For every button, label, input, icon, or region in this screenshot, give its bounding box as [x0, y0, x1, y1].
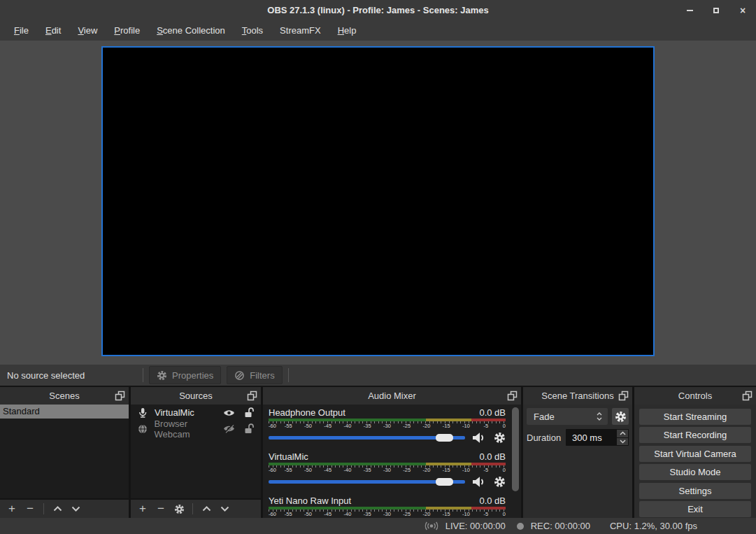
broadcast-icon [423, 521, 440, 531]
popout-icon[interactable] [507, 391, 518, 401]
transition-properties-button[interactable] [612, 408, 629, 425]
scene-item-standard[interactable]: Standard [0, 405, 129, 419]
meter-tick-label: 0 [503, 423, 506, 429]
source-row-browser-webcam[interactable]: Browser Webcam [131, 421, 261, 437]
scene-transitions-dock-header: Scene Transitions [523, 387, 632, 405]
popout-icon[interactable] [115, 391, 125, 401]
gear-icon[interactable] [494, 432, 506, 444]
meter-tick-label: -25 [403, 467, 411, 473]
title-bar: OBS 27.1.3 (linux) - Profile: James - Sc… [0, 0, 756, 21]
meter-tick-label: -30 [383, 423, 391, 429]
meter-tick-label: -35 [364, 511, 371, 517]
menu-profile[interactable]: Profile [106, 22, 148, 40]
speaker-icon[interactable] [472, 476, 487, 488]
lock-open-icon[interactable] [244, 423, 255, 434]
studio-mode-button[interactable]: Studio Mode [639, 464, 751, 480]
popout-icon[interactable] [742, 391, 753, 401]
meter-tick-label: -5 [483, 423, 488, 429]
menu-edit[interactable]: Edit [37, 22, 69, 40]
controls-dock-title: Controls [678, 391, 712, 401]
source-up-button[interactable] [197, 500, 215, 517]
meter-tick-label: -15 [443, 467, 450, 473]
maximize-icon[interactable] [711, 6, 721, 15]
menu-tools[interactable]: Tools [234, 22, 271, 40]
properties-button[interactable]: Properties [149, 366, 221, 384]
meter-tick-label: -60 [269, 423, 276, 429]
menu-bar: File Edit View Profile Scene Collection … [0, 21, 756, 41]
menu-streamfx[interactable]: StreamFX [271, 22, 329, 40]
remove-source-button[interactable]: − [152, 500, 170, 517]
meter-tick-label: -10 [462, 467, 470, 473]
channel-level: 0.0 dB [479, 451, 506, 462]
transition-selected-value: Fade [527, 412, 592, 422]
sources-dock-title: Sources [179, 391, 213, 401]
menu-file[interactable]: File [6, 22, 37, 40]
eye-icon[interactable] [223, 409, 235, 417]
transition-select[interactable]: Fade [527, 408, 608, 425]
audio-mixer-content: Headphone Output 0.0 dB -60-55-50-45-40-… [263, 405, 521, 518]
gear-icon [174, 504, 185, 514]
meter-tick-label: -25 [403, 511, 411, 517]
meter-tick-label: -40 [344, 423, 352, 429]
source-row-controls [223, 407, 255, 418]
window-controls: × [685, 0, 748, 21]
channel-header: Headphone Output 0.0 dB [269, 406, 506, 419]
minus-icon: − [27, 502, 34, 516]
channel-name: Headphone Output [269, 407, 345, 418]
start-virtual-camera-button[interactable]: Start Virtual Camera [639, 446, 751, 462]
popout-icon[interactable] [247, 391, 257, 401]
scene-up-button[interactable] [48, 500, 66, 517]
source-row-controls [223, 423, 255, 434]
meter-tick-label: -40 [344, 467, 352, 473]
preview-canvas[interactable] [101, 46, 655, 356]
duration-increase-button[interactable] [617, 430, 628, 437]
settings-button[interactable]: Settings [639, 483, 751, 499]
channel-slider-row [269, 475, 506, 489]
speaker-icon[interactable] [472, 432, 487, 444]
menu-view[interactable]: View [69, 22, 106, 40]
remove-scene-button[interactable]: − [21, 500, 39, 517]
mixer-scrollbar[interactable] [512, 407, 519, 491]
minimize-icon[interactable] [685, 6, 694, 15]
scene-down-button[interactable] [66, 500, 85, 517]
dock-row: Scenes Standard + − Sources VirtualMic [0, 387, 756, 518]
exit-button[interactable]: Exit [639, 501, 751, 517]
menu-help[interactable]: Help [329, 22, 365, 40]
duration-input[interactable]: 300 ms [566, 429, 629, 446]
minus-icon: − [157, 502, 164, 516]
add-scene-button[interactable]: + [3, 500, 21, 517]
close-icon[interactable]: × [738, 6, 748, 15]
gear-icon[interactable] [494, 476, 506, 488]
chevron-up-icon [620, 431, 626, 435]
meter-tick-label: -20 [423, 467, 431, 473]
volume-slider[interactable] [269, 480, 465, 484]
volume-slider-handle[interactable] [436, 478, 453, 486]
eye-slash-icon[interactable] [223, 424, 235, 433]
add-source-button[interactable]: + [134, 500, 152, 517]
start-recording-button[interactable]: Start Recording [639, 427, 751, 443]
source-down-button[interactable] [215, 500, 234, 517]
mixer-channel-yeti-nano: Yeti Nano Raw Input 0.0 dB -60-55-50-45-… [269, 494, 506, 517]
chevron-down-icon [597, 417, 602, 421]
plus-icon: + [139, 502, 146, 516]
filters-button[interactable]: Filters [227, 366, 282, 384]
controls-content: Start Streaming Start Recording Start Vi… [634, 405, 756, 519]
scene-transitions-dock-title: Scene Transitions [541, 391, 613, 401]
volume-slider-handle[interactable] [436, 434, 453, 442]
source-properties-button[interactable] [170, 500, 188, 517]
start-streaming-button[interactable]: Start Streaming [639, 409, 751, 425]
meter-tick-label: -30 [383, 467, 391, 473]
menu-scene-collection[interactable]: Scene Collection [148, 22, 234, 40]
popout-icon[interactable] [618, 391, 629, 401]
toolbar-separator [43, 503, 44, 514]
meter-tick-label: -50 [304, 423, 312, 429]
audio-mixer-dock-header: Audio Mixer [263, 387, 521, 405]
volume-slider[interactable] [269, 436, 465, 440]
sources-dock: Sources VirtualMic Browser [131, 387, 261, 518]
lock-open-icon[interactable] [244, 407, 255, 418]
filters-button-label: Filters [250, 370, 274, 381]
meter-tick-label: -55 [285, 467, 292, 473]
cpu-fps-stats: CPU: 1.2%, 30.00 fps [610, 521, 697, 531]
duration-decrease-button[interactable] [617, 438, 628, 446]
gear-icon [615, 411, 627, 423]
